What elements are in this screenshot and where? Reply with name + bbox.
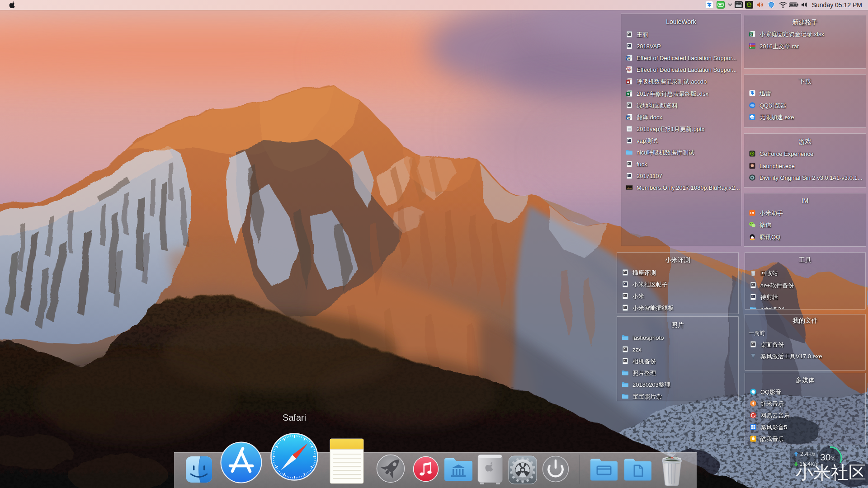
svg-text:W: W bbox=[627, 115, 630, 119]
svg-text:X: X bbox=[627, 92, 630, 96]
svg-text:PDF: PDF bbox=[626, 68, 632, 70]
svg-text:X: X bbox=[750, 33, 753, 37]
svg-text:W: W bbox=[627, 56, 630, 61]
svg-text:A: A bbox=[627, 80, 630, 84]
